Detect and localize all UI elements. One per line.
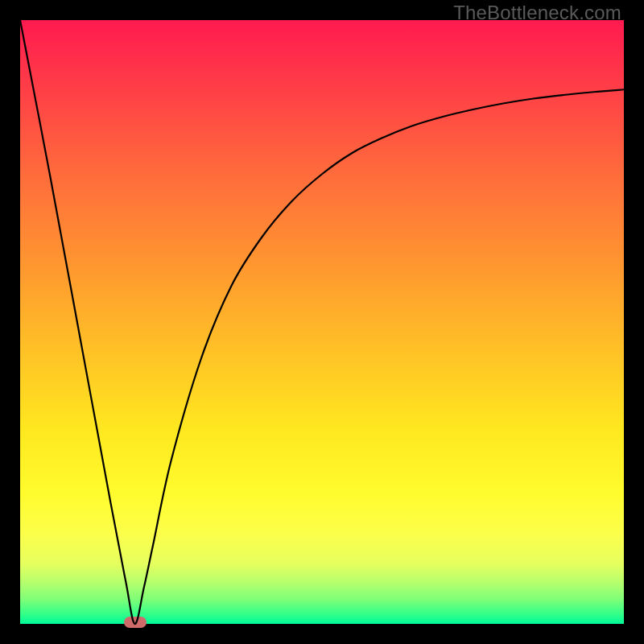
bottleneck-curve xyxy=(20,20,624,624)
chart-frame: TheBottleneck.com xyxy=(0,0,644,644)
plot-area xyxy=(20,20,624,624)
watermark-label: TheBottleneck.com xyxy=(453,2,621,24)
curve-path xyxy=(20,20,624,624)
